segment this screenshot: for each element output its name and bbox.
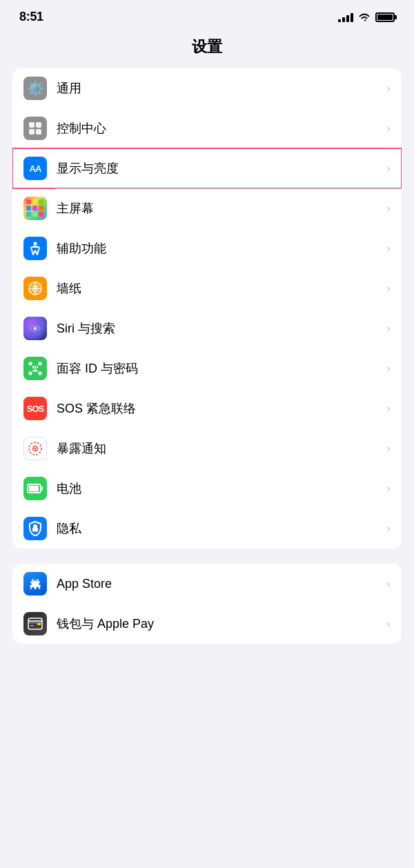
homescreen-icon [23, 197, 47, 220]
wallet-label: 钱包与 Apple Pay [57, 615, 382, 632]
svg-rect-36 [30, 625, 34, 627]
battery-icon [375, 12, 395, 22]
svg-rect-8 [32, 206, 37, 210]
sos-label: SOS 紧急联络 [57, 400, 382, 417]
privacy-label: 隐私 [57, 520, 382, 537]
settings-row-exposure[interactable]: 暴露通知 › [12, 428, 402, 468]
exposure-icon [23, 437, 47, 460]
settings-row-display[interactable]: AA 显示与亮度 › [12, 148, 402, 188]
svg-rect-2 [29, 129, 34, 135]
control-center-icon [23, 117, 47, 140]
settings-row-siri[interactable]: Siri 与搜索 › [12, 308, 402, 348]
svg-rect-10 [26, 212, 31, 217]
settings-row-faceid[interactable]: 面容 ID 与密码 › [12, 348, 402, 388]
exposure-chevron: › [386, 442, 391, 455]
status-bar: 8:51 [0, 0, 414, 31]
aa-icon: AA [30, 164, 41, 174]
general-icon: ⚙️ [23, 77, 47, 100]
settings-row-wallpaper[interactable]: 墙纸 › [12, 268, 402, 308]
sos-icon: SOS [23, 397, 47, 420]
page-title: 设置 [0, 31, 414, 68]
battery-row-svg [27, 483, 43, 494]
homescreen-chevron: › [386, 201, 391, 215]
gear-icon: ⚙️ [27, 80, 44, 97]
siri-icon [23, 317, 47, 340]
svg-rect-29 [29, 486, 39, 491]
siri-chevron: › [386, 322, 391, 335]
display-icon: AA [23, 157, 47, 180]
svg-rect-18 [29, 362, 32, 365]
wallpaper-icon [23, 277, 47, 300]
settings-section-general: ⚙️ 通用 › 控制中心 › AA 显示与亮度 › [12, 68, 402, 549]
svg-rect-0 [29, 122, 34, 128]
svg-rect-6 [39, 199, 43, 204]
sos-chevron: › [386, 402, 391, 415]
display-chevron: › [386, 161, 391, 175]
settings-row-homescreen[interactable]: 主屏幕 › [12, 188, 402, 228]
siri-svg [28, 321, 43, 336]
general-chevron: › [386, 81, 391, 95]
faceid-label: 面容 ID 与密码 [57, 360, 382, 377]
accessibility-icon [23, 237, 47, 260]
svg-rect-31 [32, 528, 38, 532]
siri-label: Siri 与搜索 [57, 320, 382, 337]
faceid-svg [28, 361, 43, 376]
accessibility-svg [28, 241, 43, 256]
svg-rect-19 [39, 362, 41, 365]
appstore-svg [28, 576, 43, 591]
settings-row-battery[interactable]: 电池 › [12, 468, 402, 509]
homescreen-svg [26, 199, 45, 218]
appstore-label: App Store [57, 577, 382, 591]
wallet-chevron: › [386, 617, 391, 631]
display-label: 显示与亮度 [57, 160, 382, 177]
svg-rect-21 [39, 372, 41, 375]
svg-rect-5 [32, 199, 37, 204]
svg-rect-4 [26, 199, 31, 204]
svg-rect-1 [36, 122, 41, 128]
wallpaper-chevron: › [386, 282, 391, 295]
control-center-label: 控制中心 [57, 120, 382, 137]
settings-row-control-center[interactable]: 控制中心 › [12, 108, 402, 148]
battery-row-icon [23, 477, 47, 500]
battery-label: 电池 [57, 480, 382, 497]
privacy-chevron: › [386, 522, 391, 535]
svg-point-17 [34, 327, 37, 330]
status-icons [338, 12, 395, 22]
status-time: 8:51 [19, 10, 43, 24]
faceid-chevron: › [386, 362, 391, 375]
wallet-svg [28, 618, 43, 630]
appstore-icon [23, 572, 47, 595]
signal-icon [338, 12, 353, 22]
svg-point-27 [34, 448, 37, 450]
wifi-icon [358, 12, 371, 22]
settings-row-general[interactable]: ⚙️ 通用 › [12, 68, 402, 108]
svg-rect-20 [29, 372, 32, 375]
accessibility-chevron: › [386, 241, 391, 255]
control-center-chevron: › [386, 121, 391, 135]
svg-point-13 [34, 242, 37, 246]
accessibility-label: 辅助功能 [57, 240, 382, 257]
faceid-icon [23, 357, 47, 380]
settings-row-sos[interactable]: SOS SOS 紧急联络 › [12, 388, 402, 428]
settings-row-accessibility[interactable]: 辅助功能 › [12, 228, 402, 268]
svg-rect-11 [32, 212, 37, 217]
battery-chevron: › [386, 482, 391, 495]
settings-row-appstore[interactable]: App Store › [12, 564, 402, 604]
privacy-icon [23, 517, 47, 540]
homescreen-label: 主屏幕 [57, 200, 382, 217]
privacy-svg [28, 521, 42, 536]
exposure-svg [28, 441, 43, 456]
svg-rect-30 [41, 487, 43, 491]
general-label: 通用 [57, 80, 382, 97]
settings-section-apps: App Store › 钱包与 Apple Pay › [12, 564, 402, 644]
settings-row-privacy[interactable]: 隐私 › [12, 509, 402, 549]
svg-rect-9 [39, 206, 43, 210]
control-center-svg [28, 121, 43, 136]
wallpaper-label: 墙纸 [57, 280, 382, 297]
svg-rect-12 [39, 212, 43, 217]
sos-text: SOS [27, 404, 43, 414]
wallet-icon [23, 612, 47, 635]
svg-rect-3 [36, 129, 41, 135]
exposure-label: 暴露通知 [57, 440, 382, 457]
settings-row-wallet[interactable]: 钱包与 Apple Pay › [12, 604, 402, 644]
